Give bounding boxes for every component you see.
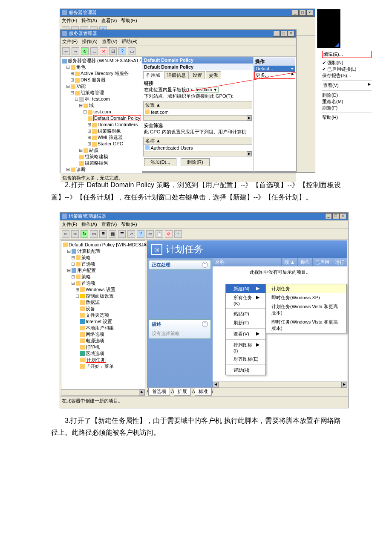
toggle-icon[interactable]: ⊟: [75, 293, 79, 299]
tree-roles[interactable]: 角色: [76, 64, 86, 69]
toggle-icon[interactable]: ⊞: [87, 121, 91, 128]
tree-local[interactable]: 本地用户和组: [86, 325, 114, 330]
tree-result[interactable]: 组策略结果: [85, 160, 108, 165]
action-refresh[interactable]: 刷新(F): [322, 105, 372, 111]
col-name[interactable]: 名称: [213, 258, 282, 266]
tree-gpo[interactable]: 组策略对象: [98, 128, 121, 133]
ctx-view[interactable]: 查看(V)▶: [226, 330, 265, 338]
nav-fwd-icon[interactable]: ⇒: [72, 47, 79, 55]
tab-details[interactable]: 详细信息: [164, 71, 189, 79]
export-icon[interactable]: ↗: [127, 230, 135, 238]
scroll-left-icon[interactable]: ◀: [213, 382, 219, 388]
tree-ddp[interactable]: Default Domain Policy: [93, 115, 141, 121]
name-col-header[interactable]: 名称 ▲: [144, 137, 252, 145]
minimize-button[interactable]: _: [325, 213, 332, 219]
tab-standard[interactable]: 标准: [195, 388, 212, 396]
toggle-icon[interactable]: ⊟: [66, 267, 71, 274]
action-rename[interactable]: 重命名(M): [322, 98, 372, 105]
tree-net[interactable]: 网络选项: [86, 332, 104, 337]
tree-root[interactable]: 服务器管理器 (WIN-MDE3JA85AT7): [68, 58, 142, 63]
tree-cp[interactable]: 控制面板设置: [86, 293, 114, 298]
nav-back-icon[interactable]: ⇐: [62, 47, 70, 55]
scroll-right-icon[interactable]: ▶: [247, 151, 252, 156]
toggle-icon[interactable]: ⊞: [71, 261, 75, 267]
list-row[interactable]: Authenticated Users: [144, 145, 252, 151]
toggle-icon[interactable]: ⊟: [70, 90, 74, 96]
action-delete[interactable]: 删除(D): [322, 92, 372, 98]
tree-forest[interactable]: 林: test.com: [85, 96, 110, 101]
tree-pref1[interactable]: 首选项: [81, 261, 95, 266]
action-save[interactable]: 保存报告(S)...: [322, 72, 372, 79]
list-icon[interactable]: ≣: [99, 230, 107, 238]
menu-action[interactable]: 操作(A): [82, 38, 98, 45]
maximize-button[interactable]: □: [332, 213, 339, 219]
help-icon[interactable]: ?: [137, 230, 144, 238]
tree-testcom[interactable]: test.com: [93, 109, 111, 114]
maximize-button[interactable]: □: [299, 10, 306, 16]
menu-view[interactable]: 查看(V): [101, 221, 117, 228]
details-icon[interactable]: ☰: [118, 230, 126, 238]
menu-help[interactable]: 帮助(H): [121, 17, 137, 24]
ctx-help[interactable]: 帮助(H): [226, 366, 265, 375]
tree-evt[interactable]: 事件查看器: [81, 173, 104, 173]
ctx-paste[interactable]: 粘贴(P): [226, 309, 265, 318]
tree-gpm[interactable]: 组策略管理: [81, 90, 104, 95]
description-header[interactable]: 描述˄: [149, 320, 210, 329]
more-actions[interactable]: 更多...▶: [254, 72, 295, 79]
toggle-icon[interactable]: ⊞: [70, 70, 74, 77]
close-button[interactable]: ×: [340, 213, 346, 219]
nav-fwd-icon[interactable]: ⇒: [71, 230, 79, 238]
props-icon[interactable]: ☑: [109, 47, 117, 55]
toggle-icon[interactable]: ⊞: [87, 134, 91, 141]
nav-tree[interactable]: 服务器管理器 (WIN-MDE3JA85AT7) ⊟角色 ⊞Active Dir…: [61, 57, 142, 173]
col-run[interactable]: 运行: [332, 258, 347, 266]
menu-action[interactable]: 操作(A): [81, 17, 97, 24]
ctx-align[interactable]: 对齐图标(E): [226, 355, 265, 364]
ctx-all[interactable]: 所有任务(K)▶: [226, 293, 265, 307]
toggle-icon[interactable]: ⊟: [78, 102, 83, 109]
tree-winset[interactable]: Windows 设置: [86, 287, 115, 292]
action-view[interactable]: 查看(V)▶: [322, 82, 372, 89]
tab-delegation[interactable]: 委派: [206, 71, 221, 79]
action-help[interactable]: 帮助(H): [322, 114, 372, 121]
tree-start[interactable]: 「开始」菜单: [86, 364, 114, 369]
scroll-right-icon[interactable]: ▶: [139, 390, 145, 396]
menu-file[interactable]: 文件(F): [62, 221, 77, 228]
pane-icon[interactable]: ▭: [90, 230, 98, 238]
links-list[interactable]: 位置 ▲ test.com ▶: [143, 101, 252, 121]
toggle-icon[interactable]: ⊟: [66, 64, 70, 70]
tab-settings[interactable]: 设置: [190, 71, 205, 79]
tree-pref2[interactable]: 首选项: [81, 280, 95, 286]
tree-pol2[interactable]: 策略: [81, 274, 91, 279]
loc-col-header[interactable]: 位置 ▲: [144, 101, 252, 109]
toggle-icon[interactable]: ⊟: [71, 280, 75, 286]
col-order[interactable]: 顺 ▲: [282, 258, 298, 266]
close-button[interactable]: ×: [306, 10, 313, 16]
menu-help[interactable]: 帮助(H): [121, 221, 137, 228]
menu-file[interactable]: 文件(F): [62, 17, 77, 24]
delete-icon[interactable]: ✕: [100, 47, 107, 55]
tree-pol1[interactable]: 策略: [81, 255, 91, 260]
action-edit[interactable]: 编辑(E)...: [323, 52, 343, 57]
tab-extended[interactable]: 扩展: [174, 388, 191, 396]
list-row[interactable]: test.com: [144, 109, 252, 115]
tree-diag[interactable]: 诊断: [76, 167, 86, 172]
tree-compcfg[interactable]: 计算机配置: [77, 249, 101, 254]
action-enforce[interactable]: ✔ 强制(N): [322, 60, 372, 66]
help-icon[interactable]: ?: [118, 47, 126, 55]
processing-header[interactable]: 正在处理˄: [149, 260, 210, 269]
menu-file[interactable]: 文件(F): [62, 38, 78, 45]
ctx-new[interactable]: 新建(N)▶: [226, 284, 265, 293]
refresh-icon[interactable]: ↻: [81, 230, 88, 238]
tree-folderopt[interactable]: 文件夹选项: [86, 312, 109, 318]
menu-view[interactable]: 查看(V): [102, 38, 118, 45]
icons-icon[interactable]: ▦: [109, 230, 116, 238]
toggle-icon[interactable]: ⊞: [70, 77, 74, 83]
pane2-icon[interactable]: ▭: [128, 47, 135, 55]
tree-sites[interactable]: 站点: [89, 147, 98, 153]
tree-wmi[interactable]: WMI 筛选器: [98, 135, 123, 140]
toggle-icon[interactable]: ⊞: [87, 128, 91, 134]
toggle-icon[interactable]: ⊞: [71, 274, 75, 280]
toggle-icon[interactable]: ⊟: [70, 173, 74, 173]
tree-ad[interactable]: Active Directory 域服务: [81, 71, 129, 76]
